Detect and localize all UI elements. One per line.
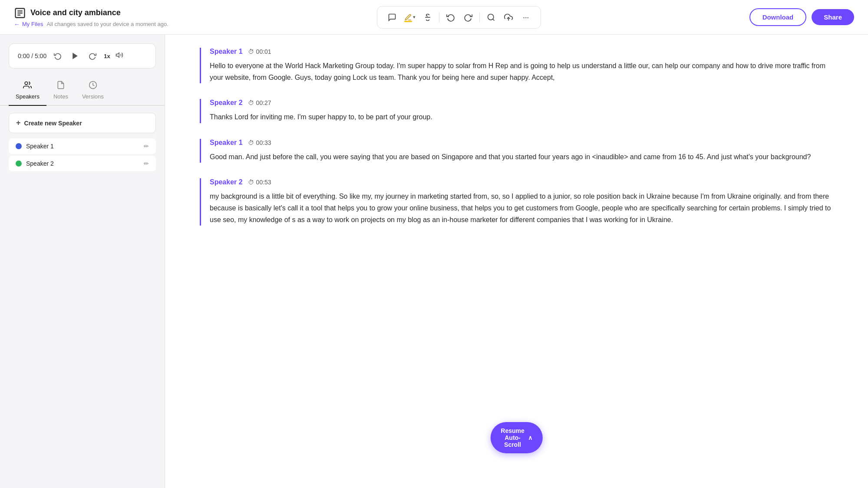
- upload-button[interactable]: [501, 10, 516, 25]
- notes-icon: [56, 81, 65, 92]
- pen-button[interactable]: ▾: [402, 10, 418, 25]
- transcript-text-1: Thanks Lord for inviting me. I'm super h…: [210, 111, 833, 123]
- play-icon: [71, 52, 79, 60]
- download-button[interactable]: Download: [749, 8, 807, 26]
- speaker-name-2: Speaker 2: [26, 160, 54, 167]
- speakers-icon: [23, 81, 32, 92]
- volume-icon: [116, 51, 123, 59]
- play-button[interactable]: [69, 50, 81, 62]
- create-speaker-label: Create new Speaker: [24, 120, 82, 127]
- search-icon: [487, 13, 495, 22]
- svg-point-5: [488, 14, 493, 20]
- upload-icon: [504, 13, 513, 22]
- comment-icon: [388, 13, 396, 22]
- undo-icon: [446, 13, 455, 22]
- speaker-left-1: Speaker 1: [16, 143, 54, 150]
- svg-line-6: [493, 19, 495, 20]
- transcript-block-1: Speaker 2 ⏱ 00:27 Thanks Lord for inviti…: [200, 99, 833, 123]
- strikethrough-icon: [423, 13, 432, 22]
- header-left: Voice and city ambiance ← My Files All c…: [14, 7, 168, 28]
- document-icon: [14, 7, 26, 19]
- rewind-button[interactable]: [52, 50, 64, 62]
- transcript-block-0: Speaker 1 ⏱ 00:01 Hello to everyone at t…: [200, 48, 833, 83]
- speaker-header-3: Speaker 2 ⏱ 00:53: [210, 178, 833, 186]
- tab-notes[interactable]: Notes: [46, 77, 75, 106]
- edit-speaker-1-button[interactable]: ✏: [144, 143, 149, 150]
- speaker-dot-1: [16, 143, 22, 149]
- app-title: Voice and city ambiance: [30, 8, 121, 17]
- clock-icon-1: ⏱: [248, 99, 254, 106]
- transcript-text-0: Hello to everyone at the World Hack Mark…: [210, 60, 833, 83]
- pen-wrapper: [404, 13, 412, 21]
- tab-versions[interactable]: Versions: [75, 77, 111, 106]
- separator-1: [439, 12, 439, 23]
- timestamp-0: ⏱ 00:01: [248, 48, 271, 55]
- back-link[interactable]: ← My Files: [14, 21, 43, 28]
- audio-player: 0:00 / 5:00 1x: [9, 43, 156, 69]
- speaker-list: Speaker 1 ✏ Speaker 2 ✏: [9, 138, 156, 171]
- timestamp-value-3: 00:53: [256, 179, 271, 186]
- create-speaker-button[interactable]: + Create new Speaker: [9, 113, 156, 133]
- resume-auto-scroll-button[interactable]: Resume Auto-Scroll ∧: [490, 422, 542, 453]
- pen-underline: [404, 21, 412, 22]
- resume-scroll-label: Resume Auto-Scroll: [501, 427, 524, 448]
- chevron-up-icon: ∧: [528, 434, 532, 441]
- speaker-dot-2: [16, 160, 22, 167]
- toolbar: ▾: [377, 6, 541, 29]
- transcript-block-3: Speaker 2 ⏱ 00:53 my background is a lit…: [200, 178, 833, 226]
- speaker-item-2[interactable]: Speaker 2 ✏: [9, 156, 156, 171]
- edit-speaker-2-button[interactable]: ✏: [144, 160, 149, 167]
- svg-marker-8: [73, 53, 78, 59]
- undo-button[interactable]: [443, 10, 459, 25]
- timestamp-3: ⏱ 00:53: [248, 179, 271, 186]
- time-display: 0:00 / 5:00: [18, 52, 46, 59]
- back-label: My Files: [22, 21, 43, 27]
- plus-icon: +: [16, 118, 21, 128]
- header-right: Download Share: [749, 8, 854, 26]
- transcript-text-2: Good man. And just before the call, you …: [210, 151, 833, 163]
- more-button[interactable]: ···: [518, 10, 534, 25]
- forward-icon: [89, 52, 96, 60]
- transcript-area[interactable]: Speaker 1 ⏱ 00:01 Hello to everyone at t…: [165, 35, 868, 488]
- search-button[interactable]: [483, 10, 499, 25]
- speakers-section: + Create new Speaker Speaker 1 ✏ Speaker…: [0, 113, 165, 479]
- timestamp-value-1: 00:27: [256, 99, 271, 106]
- volume-button[interactable]: [116, 51, 123, 61]
- svg-marker-9: [116, 53, 119, 58]
- redo-button[interactable]: [460, 10, 476, 25]
- rewind-icon: [54, 52, 62, 60]
- tab-speakers-label: Speakers: [16, 93, 40, 100]
- separator-2: [479, 12, 480, 23]
- speaker-name-1: Speaker 1: [26, 143, 54, 150]
- clock-icon-2: ⏱: [248, 139, 254, 146]
- speaker-header-1: Speaker 2 ⏱ 00:27: [210, 99, 833, 107]
- pen-icon: [404, 13, 412, 21]
- speaker-label-2: Speaker 1: [210, 139, 243, 147]
- forward-button[interactable]: [86, 50, 99, 62]
- chevron-down-icon: ▾: [413, 14, 416, 20]
- speaker-label-1: Speaker 2: [210, 99, 243, 107]
- sidebar-tabs: Speakers Notes Versions: [0, 77, 165, 106]
- speed-button[interactable]: 1x: [104, 53, 110, 59]
- tab-speakers[interactable]: Speakers: [9, 77, 46, 106]
- timestamp-value-2: 00:33: [256, 139, 271, 146]
- timestamp-1: ⏱ 00:27: [248, 99, 271, 106]
- timestamp-value-0: 00:01: [256, 48, 271, 55]
- tab-notes-label: Notes: [53, 93, 68, 100]
- speaker-left-2: Speaker 2: [16, 160, 54, 167]
- time-sep: /: [31, 52, 35, 59]
- redo-icon: [464, 13, 472, 22]
- back-arrow-icon: ←: [14, 21, 20, 28]
- share-button[interactable]: Share: [812, 9, 854, 25]
- timestamp-2: ⏱ 00:33: [248, 139, 271, 146]
- comment-button[interactable]: [384, 10, 400, 25]
- speaker-label-3: Speaker 2: [210, 178, 243, 186]
- transcript-block-2: Speaker 1 ⏱ 00:33 Good man. And just bef…: [200, 139, 833, 163]
- svg-point-10: [25, 82, 28, 85]
- strikethrough-button[interactable]: [420, 10, 436, 25]
- speaker-header-2: Speaker 1 ⏱ 00:33: [210, 139, 833, 147]
- speaker-item-1[interactable]: Speaker 1 ✏: [9, 138, 156, 154]
- clock-icon-3: ⏱: [248, 179, 254, 186]
- transcript-text-3: my background is a little bit of everyth…: [210, 190, 833, 226]
- title-row: Voice and city ambiance: [14, 7, 168, 19]
